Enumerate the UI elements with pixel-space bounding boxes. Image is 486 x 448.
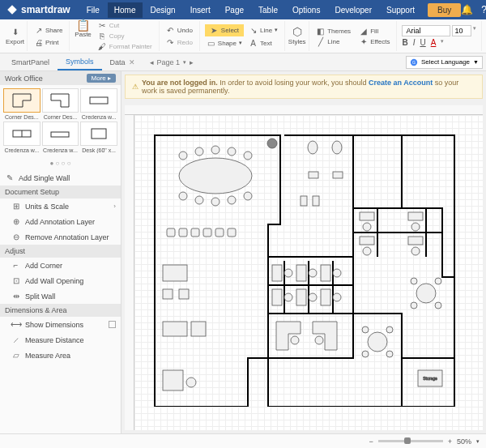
close-icon[interactable]: ✕ <box>129 58 135 66</box>
dimensions-header: Dimensions & Area <box>0 304 121 317</box>
ribbon-share-group: ↗Share 🖨Print <box>28 21 70 51</box>
add-wall-opening-tool[interactable]: ⊡Add Wall Opening <box>0 273 121 288</box>
underline-button[interactable]: U <box>420 38 425 47</box>
svg-rect-73 <box>333 172 343 178</box>
measure-area-tool[interactable]: ▱Measure Area <box>0 348 121 363</box>
symbols-pagination[interactable]: ● ○ ○ ○ <box>0 156 121 170</box>
menu-options[interactable]: Options <box>286 2 326 18</box>
canvas-grid[interactable]: Storage <box>134 115 483 430</box>
buy-button[interactable]: Buy <box>428 3 461 17</box>
shape-tool[interactable]: ▭Shape ▾ <box>205 38 244 49</box>
notification-icon[interactable]: 🔔 <box>461 4 473 15</box>
ribbon-clipboard-group: 📋 Paste ✂Cut ⎘Copy 🖌Format Painter <box>70 21 159 51</box>
line-style-button[interactable]: ╱Line <box>314 36 352 47</box>
font-size-select[interactable] <box>452 25 471 36</box>
svg-rect-32 <box>228 228 236 237</box>
page-label[interactable]: Page 1 <box>157 58 181 66</box>
export-icon[interactable]: ⬇ <box>11 28 19 36</box>
drawing-canvas[interactable]: Storage <box>125 105 483 430</box>
zoom-in-icon[interactable]: + <box>448 437 452 446</box>
svg-point-63 <box>411 302 417 309</box>
zoom-slider[interactable] <box>378 440 443 442</box>
menu-insert[interactable]: Insert <box>184 2 217 18</box>
menu-home[interactable]: Home <box>108 2 143 18</box>
svg-text:G: G <box>412 59 416 64</box>
create-account-link[interactable]: Create an Account <box>369 79 433 87</box>
print-button[interactable]: 🖨Print <box>32 37 64 48</box>
svg-rect-37 <box>191 322 206 336</box>
add-corner-tool[interactable]: ⌐Add Corner <box>0 258 121 273</box>
corner-icon: ⌐ <box>11 261 20 270</box>
help-icon[interactable]: ? <box>481 4 486 15</box>
text-tool[interactable]: AText <box>247 38 274 49</box>
panel-title: Work Office <box>5 75 43 83</box>
menu-file[interactable]: File <box>80 2 106 18</box>
show-dimensions-tool[interactable]: ⟷Show Dimensions <box>0 317 121 332</box>
more-button[interactable]: More ▸ <box>87 74 116 83</box>
symbol-credenza-3[interactable]: Credenza w... <box>42 122 79 153</box>
redo-icon: ↷ <box>166 38 175 47</box>
cut-button[interactable]: ✂Cut <box>96 20 154 31</box>
units-scale-tool[interactable]: ⊞Units & Scale› <box>0 198 121 214</box>
menu-design[interactable]: Design <box>144 2 182 18</box>
svg-point-65 <box>368 332 387 352</box>
remove-annotation-tool[interactable]: ⊖Remove Annotation Layer <box>0 229 121 245</box>
corner-desk-icon <box>11 92 32 109</box>
select-tool[interactable]: ➤Select <box>205 24 244 36</box>
styles-icon[interactable]: ⬡ <box>292 28 301 36</box>
menu-support[interactable]: Support <box>380 2 421 18</box>
share-button[interactable]: ↗Share <box>32 25 64 36</box>
copy-button[interactable]: ⎘Copy <box>96 31 154 41</box>
opening-icon: ⊡ <box>11 276 20 285</box>
tab-smartpanel[interactable]: SmartPanel <box>3 55 58 70</box>
page-dropdown-icon[interactable]: ▾ <box>183 59 186 66</box>
split-wall-tool[interactable]: ⇹Split Wall <box>0 288 121 304</box>
line-tool[interactable]: ↘Line ▾ <box>247 24 279 36</box>
menu-page[interactable]: Page <box>219 2 250 18</box>
svg-point-61 <box>411 278 417 284</box>
menu-items: File Home Design Insert Page Table Optio… <box>80 2 421 18</box>
svg-rect-42 <box>296 265 306 281</box>
page-next-icon[interactable]: ▸ <box>190 58 194 66</box>
themes-button[interactable]: ◧Themes <box>314 26 352 36</box>
bold-button[interactable]: B <box>402 38 407 47</box>
menu-developer[interactable]: Developer <box>328 2 378 18</box>
zoom-dropdown-icon[interactable]: ▾ <box>476 438 480 445</box>
svg-text:Storage: Storage <box>423 376 437 381</box>
undo-button[interactable]: ↶Undo <box>164 25 194 36</box>
format-painter-button[interactable]: 🖌Format Painter <box>96 41 154 52</box>
svg-rect-34 <box>163 289 173 299</box>
floorplan-drawing[interactable]: Storage <box>151 131 458 407</box>
symbol-credenza-1[interactable]: Credenza w... <box>80 88 117 120</box>
app-name: smartdraw <box>21 4 70 15</box>
zoom-level[interactable]: 50% <box>457 437 471 446</box>
svg-point-78 <box>291 336 299 344</box>
tab-data[interactable]: Data✕ <box>102 55 143 70</box>
symbol-credenza-2[interactable]: Credenza w... <box>3 122 40 153</box>
redo-button[interactable]: ↷Redo <box>164 37 194 48</box>
fill-button[interactable]: ◢Fill <box>357 26 391 36</box>
language-select[interactable]: G Select Language ▼ <box>406 56 483 69</box>
symbol-desk[interactable]: Desk (60" x... <box>80 122 117 153</box>
paste-icon[interactable]: 📋 <box>79 20 87 29</box>
font-size-chevron-icon[interactable]: ▾ <box>473 25 476 36</box>
page-prev-icon[interactable]: ◂ <box>150 58 154 66</box>
font-family-select[interactable] <box>402 25 450 36</box>
symbol-corner-desk-2[interactable]: Corner Des... <box>42 88 79 120</box>
tab-symbols[interactable]: Symbols <box>58 54 102 70</box>
zoom-out-icon[interactable]: − <box>369 437 373 446</box>
svg-point-21 <box>179 192 187 200</box>
font-color-button[interactable]: A <box>431 38 437 47</box>
font-more-icon[interactable]: ▾ <box>441 38 444 47</box>
measure-distance-tool[interactable]: ⟋Measure Distance <box>0 332 121 348</box>
app-logo[interactable]: smartdraw <box>6 4 70 15</box>
symbol-corner-desk-1[interactable]: Corner Des... <box>3 88 40 120</box>
italic-button[interactable]: I <box>413 38 416 47</box>
add-annotation-tool[interactable]: ⊕Add Annotation Layer <box>0 214 121 229</box>
svg-rect-33 <box>163 265 187 281</box>
zoom-handle[interactable] <box>404 437 411 444</box>
checkbox[interactable] <box>109 321 116 328</box>
effects-button[interactable]: ✦Effects <box>357 36 391 47</box>
menu-table[interactable]: Table <box>252 2 284 18</box>
add-single-wall-tool[interactable]: ✎Add Single Wall <box>0 170 121 186</box>
